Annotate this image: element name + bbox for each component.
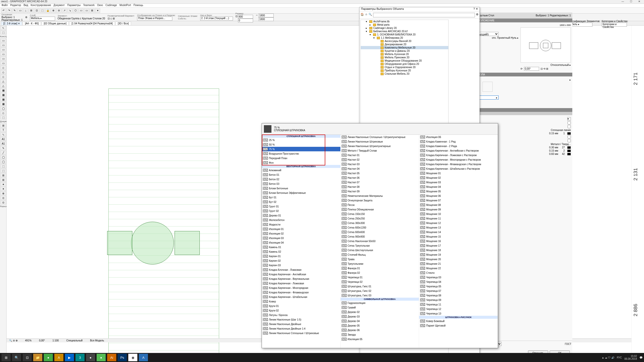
tree-item[interactable]: ▸Cadimage Library 20 xyxy=(361,26,448,30)
tool-button[interactable]: ▦ xyxy=(0,88,6,92)
toolbar-btn[interactable]: ⊞ xyxy=(90,8,95,13)
toolbar-btn[interactable]: ↷ xyxy=(7,8,12,13)
toolbar-btn[interactable]: ↘ xyxy=(67,8,72,13)
fill-item[interactable]: Черепица 07 xyxy=(419,289,498,293)
app-button[interactable]: Ai xyxy=(107,354,116,361)
menu-item[interactable]: Cadimage xyxy=(105,4,117,7)
tool-button[interactable]: ▭ xyxy=(0,48,6,52)
tool-button[interactable]: ⬚ xyxy=(0,30,6,34)
fill-item[interactable]: Дерево 06 xyxy=(341,328,419,332)
tool-button[interactable]: ✎ xyxy=(0,146,6,150)
fill-item[interactable]: Мощение 15 xyxy=(419,234,498,239)
size-w[interactable] xyxy=(238,15,253,19)
fill-item[interactable]: Линии Наклонные (Шаг 1:5) xyxy=(262,317,340,322)
fill-item[interactable]: Кладка Кирпичная - Фламандская с Раствор… xyxy=(419,162,498,166)
app-button[interactable]: ● xyxy=(86,354,95,361)
fill-item[interactable]: Настил 07 xyxy=(341,180,419,185)
doc-tab[interactable]: [1 04 Развертка04 [04 Развертка04] xyxy=(69,22,115,25)
fill-item[interactable]: Изоляция 06 xyxy=(419,135,498,139)
search-input[interactable] xyxy=(373,13,475,17)
fill-item[interactable]: 50 % xyxy=(262,142,340,147)
tool-button[interactable]: ⬚ xyxy=(0,115,6,119)
search-opts[interactable]: ⚙ xyxy=(476,13,478,17)
toolbar-btn[interactable]: ✎ xyxy=(12,8,17,13)
fill-item[interactable]: Дерево 05 xyxy=(341,323,419,328)
tree-item[interactable]: Комплекты Мебельные 20 xyxy=(361,46,448,49)
tree-item[interactable]: ▾ArchiFrame.lib xyxy=(361,20,448,23)
tray-lang[interactable]: РУС xyxy=(617,356,622,359)
fill-item[interactable]: Линии Наклонные Штрихпунктирные xyxy=(341,144,419,148)
dialog-help[interactable]: ? xyxy=(473,7,475,10)
menu-item[interactable]: ModelPort xyxy=(119,4,131,7)
toolbar-btn[interactable]: ↗ xyxy=(62,8,67,13)
fill-item[interactable]: Сетка 250x250 xyxy=(341,216,419,221)
toolbar-btn[interactable]: ⊡ xyxy=(34,8,39,13)
story-selector[interactable]: 2. 2-й этаж (Текущий ...) xyxy=(200,17,233,21)
toolbar-btn[interactable]: 🔒 xyxy=(45,8,50,13)
fill-item[interactable]: Паркет Щитовой xyxy=(419,323,498,328)
fill-item[interactable]: Мощение 18 xyxy=(419,248,498,252)
fill-item[interactable]: Кладка Кирпичная - Фламандская xyxy=(262,290,340,295)
doc-tab[interactable]: [3D / Все] xyxy=(115,22,131,25)
fill-item[interactable]: Мощение 07 xyxy=(419,198,498,203)
fill-item[interactable]: Кладка Кирпичная - Вертикальная xyxy=(262,277,340,281)
fill-item[interactable]: Дерево 03 xyxy=(341,314,419,319)
fill-item[interactable]: Сетка Наклонная 50x50 xyxy=(341,239,419,243)
taskview-button[interactable]: ⊡ xyxy=(23,354,32,361)
fill-item[interactable]: Кладка Кирпичная - Ложковая xyxy=(262,281,340,286)
fill-item[interactable]: Мощение 13 xyxy=(419,225,498,230)
fill-item[interactable]: Настил 03 xyxy=(341,162,419,166)
layer-selector[interactable]: Мебель ▸ xyxy=(30,17,55,21)
fill-item[interactable]: Мощение 09 xyxy=(419,207,498,212)
toolbar-btn[interactable]: ▭ xyxy=(18,8,23,13)
fill-item[interactable]: Плитка Облицовочная xyxy=(341,207,419,212)
menu-item[interactable]: Редактор xyxy=(10,4,21,7)
tool-button[interactable]: ▦ xyxy=(0,97,6,101)
app-button[interactable]: ● xyxy=(44,354,53,361)
fill-item[interactable]: Камень 02 xyxy=(262,249,340,254)
tree-item[interactable]: Оборудование для Офиса 20 xyxy=(361,62,448,66)
tool-button[interactable]: ◇ xyxy=(0,66,6,70)
fill-item[interactable]: Бетон 01 xyxy=(262,172,340,177)
menu-item[interactable]: Помощь xyxy=(134,4,143,7)
fill-item[interactable]: Черепица 08 xyxy=(419,293,498,298)
app-button[interactable]: Ps xyxy=(118,354,127,361)
fill-item[interactable]: Жидкости xyxy=(262,222,340,227)
fill-item[interactable]: Черепица 04 xyxy=(419,280,498,284)
fill-item[interactable]: Настил 02 xyxy=(341,157,419,162)
tool-button[interactable]: ▦ xyxy=(0,93,6,97)
tool-button[interactable]: ▭ xyxy=(0,43,6,47)
tree-item[interactable]: Аксессуары Ванной 20 xyxy=(361,39,448,43)
menu-item[interactable]: Параметры xyxy=(67,4,80,7)
fill-item[interactable]: Мощение 22 xyxy=(419,266,498,270)
toolbar-btn[interactable]: ▭ xyxy=(78,8,84,13)
fill-item[interactable]: Мощение 20 xyxy=(419,257,498,261)
fill-item[interactable]: Мощение 19 xyxy=(419,252,498,257)
fill-item[interactable]: Трава xyxy=(341,257,419,261)
search-button[interactable]: 🔍 xyxy=(12,354,21,361)
tool-button[interactable]: ⬚ xyxy=(0,164,6,168)
fill-item[interactable]: Звезда xyxy=(341,332,419,337)
fill-column-3[interactable]: Изоляция 06Кладка Каменная - 1 РядКладка… xyxy=(419,135,498,348)
fill-item[interactable]: Настил 01 xyxy=(341,153,419,157)
fill-item[interactable]: Черепица 09 xyxy=(419,298,498,302)
fill-item[interactable]: Кладка Кирпичная - Многорядная с Раствор… xyxy=(419,157,498,162)
fill-item[interactable]: Бут 02 xyxy=(262,200,340,204)
tool-button[interactable]: A1 xyxy=(0,142,6,146)
fill-item[interactable]: Дерево 04 xyxy=(341,319,419,323)
fill-item[interactable]: Сетка Шестиугольная xyxy=(341,248,419,252)
toolbar-btn[interactable]: ▾ xyxy=(95,8,100,13)
app-button[interactable]: 3 xyxy=(75,354,85,361)
toolbar-btn[interactable]: ⊕ xyxy=(51,8,56,13)
fill-item[interactable]: Блоки Бетонные Эффективные xyxy=(262,191,340,195)
fill-item[interactable]: Мощение 12 xyxy=(419,221,498,225)
fill-item[interactable]: Ковер xyxy=(262,299,340,304)
fill-item[interactable]: Кладка Кирпичная - Штабельная с Растворо… xyxy=(419,166,498,171)
app-button[interactable]: ▶ xyxy=(65,354,74,361)
fill-item[interactable]: Бут 01 xyxy=(262,195,340,200)
fill-item[interactable]: Черепица 03 xyxy=(419,275,498,280)
only-own-btn[interactable]: ▾ xyxy=(567,117,571,121)
fill-item[interactable]: Изоляция 01 xyxy=(262,227,340,231)
menu-item[interactable]: Конструирование xyxy=(31,4,51,7)
tool-button[interactable]: T xyxy=(0,128,6,132)
